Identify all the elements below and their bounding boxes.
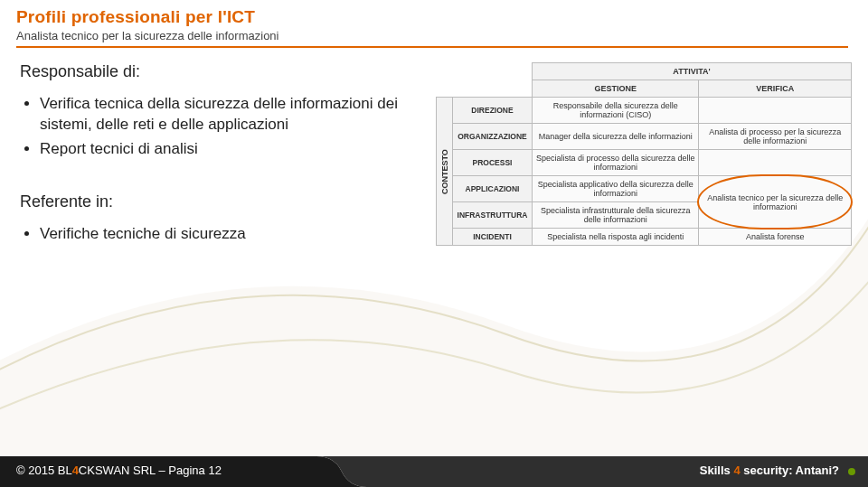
matrix-row-label: PROCESSI xyxy=(453,150,533,176)
referent-heading: Referente in: xyxy=(20,192,427,211)
header-rule xyxy=(16,46,848,48)
footer-copyright-pre: © 2015 BL xyxy=(16,464,72,477)
list-item: Verifiche tecniche di sicurezza xyxy=(40,224,427,245)
matrix-container: ATTIVITA' GESTIONE VERIFICA CONTESTO DIR… xyxy=(436,62,852,248)
matrix-row-label: DIREZIONE xyxy=(453,98,533,124)
matrix-super-header: ATTIVITA' xyxy=(533,63,852,80)
list-item: Verifica tecnica della sicurezza delle i… xyxy=(40,94,427,136)
responsible-heading: Responsabile di: xyxy=(20,62,427,81)
footer-left: © 2015 BL4CKSWAN SRL – Pagina 12 xyxy=(16,464,222,477)
list-item: Report tecnici di analisi xyxy=(40,139,427,160)
page-subtitle: Analista tecnico per la sicurezza delle … xyxy=(16,29,852,42)
content-left: Responsabile di: Verifica tecnica della … xyxy=(20,62,427,248)
footer-right-four: 4 xyxy=(733,464,740,477)
matrix-cell: Manager della sicurezza delle informazio… xyxy=(533,124,699,150)
footer-four: 4 xyxy=(72,464,79,477)
profile-matrix: ATTIVITA' GESTIONE VERIFICA CONTESTO DIR… xyxy=(436,62,852,246)
matrix-cell: Specialista nella risposta agli incident… xyxy=(533,229,699,246)
matrix-cell-highlighted: Analista tecnico per la sicurezza delle … xyxy=(699,176,852,229)
matrix-col-gestione: GESTIONE xyxy=(533,80,699,98)
matrix-cell xyxy=(699,98,852,124)
responsible-list: Verifica tecnica della sicurezza delle i… xyxy=(20,94,427,160)
footer-right: Skills 4 security: Antani? xyxy=(700,464,839,477)
matrix-cell: Responsabile della sicurezza delle infor… xyxy=(533,98,699,124)
matrix-col-verifica: VERIFICA xyxy=(699,80,852,98)
matrix-row-label: INCIDENTI xyxy=(453,229,533,246)
matrix-row-label: INFRASTRUTTURA xyxy=(453,202,533,229)
matrix-rowgroup-label: CONTESTO xyxy=(437,98,453,246)
matrix-cell: Analista forense xyxy=(699,229,852,246)
matrix-cell xyxy=(699,150,852,176)
footer: © 2015 BL4CKSWAN SRL – Pagina 12 Skills … xyxy=(0,456,868,487)
matrix-row-label: APPLICAZIONI xyxy=(453,176,533,202)
footer-right-post: security: Antani? xyxy=(741,464,839,477)
footer-copyright-post: CKSWAN SRL – Pagina 12 xyxy=(79,464,222,477)
matrix-cell: Analista di processo per la sicurezza de… xyxy=(699,124,852,150)
footer-right-pre: Skills xyxy=(700,464,734,477)
referent-list: Verifiche tecniche di sicurezza xyxy=(20,224,427,245)
page-title: Profili professionali per l'ICT xyxy=(16,7,852,27)
matrix-row-label: ORGANIZZAZIONE xyxy=(453,124,533,150)
matrix-cell: Specialista infrastrutturale della sicur… xyxy=(533,202,699,229)
matrix-cell: Specialista di processo della sicurezza … xyxy=(533,150,699,176)
matrix-cell: Specialista applicativo della sicurezza … xyxy=(533,176,699,202)
footer-dot-icon xyxy=(848,468,855,475)
